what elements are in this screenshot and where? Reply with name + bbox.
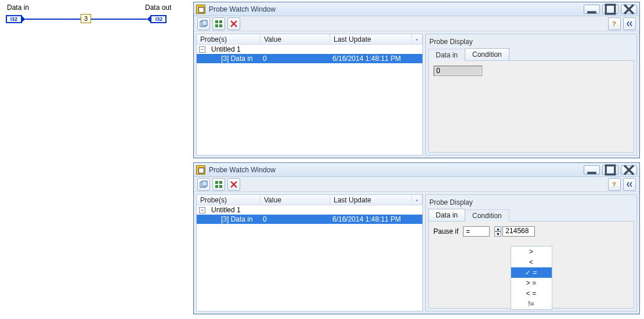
delete-button[interactable] xyxy=(227,17,240,30)
new-window-button[interactable] xyxy=(197,178,210,191)
probe-display-tabs: Data in Condition xyxy=(428,48,634,61)
tab-data-in[interactable]: Data in xyxy=(428,49,465,61)
data-out-terminal[interactable]: I32 xyxy=(150,15,167,23)
new-window-button[interactable] xyxy=(197,17,210,30)
col-value[interactable]: Value xyxy=(261,195,330,205)
scroll-up-icon[interactable] xyxy=(412,195,422,205)
window-title: Probe Watch Window xyxy=(209,166,584,174)
data-out-label: Data out xyxy=(145,3,171,12)
minimize-button[interactable] xyxy=(584,165,600,175)
op-gt[interactable]: > xyxy=(511,246,552,257)
help-button[interactable]: ? xyxy=(608,178,621,191)
wire-left[interactable] xyxy=(26,19,81,20)
probe-list-pane: Probe(s) Value Last Update − Untitled 1 … xyxy=(196,194,423,311)
operator-field[interactable]: = xyxy=(463,226,490,237)
options-button[interactable] xyxy=(212,17,225,30)
spin-up-icon[interactable]: ▲ xyxy=(494,226,501,231)
app-icon xyxy=(196,165,205,175)
probe-value: 0 xyxy=(263,215,332,223)
minimize-button[interactable] xyxy=(584,5,600,14)
op-ne[interactable]: != xyxy=(511,299,552,309)
col-last[interactable]: Last Update xyxy=(330,195,412,205)
svg-rect-20 xyxy=(215,181,218,184)
probe-display-title: Probe Display xyxy=(429,38,633,46)
value-spinner[interactable]: ▲ ▼ 214568 xyxy=(494,226,535,237)
probe-constant[interactable]: 3 xyxy=(81,14,91,23)
op-ge[interactable]: > = xyxy=(511,278,552,288)
probe-display-body: 0 xyxy=(428,61,634,153)
close-button[interactable] xyxy=(621,165,637,175)
probe-tree[interactable]: − Untitled 1 [3] Data in 0 6/16/2014 1:4… xyxy=(197,45,422,155)
col-last[interactable]: Last Update xyxy=(330,34,412,44)
data-in-terminal[interactable]: I32 xyxy=(6,15,22,23)
threshold-input[interactable]: 214568 xyxy=(502,226,535,237)
tab-condition[interactable]: Condition xyxy=(465,48,509,60)
maximize-button[interactable] xyxy=(602,5,618,14)
options-button[interactable] xyxy=(212,178,225,191)
app-icon xyxy=(196,5,205,14)
svg-rect-6 xyxy=(215,20,218,23)
probe-row[interactable]: [3] Data in 0 6/16/2014 1:48:11 PM xyxy=(197,54,422,63)
col-probes[interactable]: Probe(s) xyxy=(197,34,261,44)
probe-timestamp: 6/16/2014 1:48:11 PM xyxy=(332,215,422,223)
help-button[interactable]: ? xyxy=(608,17,621,30)
svg-text:?: ? xyxy=(612,20,616,27)
probe-timestamp: 6/16/2014 1:48:11 PM xyxy=(332,55,422,63)
op-le[interactable]: < = xyxy=(511,288,552,299)
op-eq[interactable]: ✓= xyxy=(511,267,552,278)
tree-root[interactable]: − Untitled 1 xyxy=(197,45,422,54)
svg-rect-5 xyxy=(202,20,207,26)
probe-row[interactable]: [3] Data in 0 6/16/2014 1:48:11 PM xyxy=(197,215,422,224)
svg-rect-19 xyxy=(202,181,207,186)
probe-value: 0 xyxy=(263,55,332,63)
wire-right[interactable] xyxy=(91,19,147,20)
scroll-up-icon[interactable] xyxy=(412,34,422,44)
probe-watch-window-1: Probe Watch Window ? xyxy=(193,2,640,158)
svg-marker-13 xyxy=(416,38,418,40)
titlebar[interactable]: Probe Watch Window xyxy=(194,2,639,16)
probe-name: [3] Data in xyxy=(221,55,253,63)
toolbar: ? xyxy=(194,16,639,31)
svg-rect-1 xyxy=(606,5,615,14)
check-icon: ✓ xyxy=(525,269,530,277)
spin-down-icon[interactable]: ▼ xyxy=(494,231,501,237)
data-in-label: Data in xyxy=(7,3,29,12)
probe-display-pane: Probe Display Data in Condition Pause if… xyxy=(425,194,637,311)
svg-rect-15 xyxy=(606,165,615,175)
tab-data-in[interactable]: Data in xyxy=(428,209,465,221)
svg-rect-7 xyxy=(219,20,222,23)
close-button[interactable] xyxy=(621,5,637,14)
col-probes[interactable]: Probe(s) xyxy=(197,195,261,205)
probe-number: 3 xyxy=(84,15,88,22)
svg-rect-8 xyxy=(215,24,218,27)
collapse-icon[interactable]: − xyxy=(199,207,205,213)
collapse-button[interactable] xyxy=(623,178,636,191)
op-lt[interactable]: < xyxy=(511,257,552,267)
svg-marker-27 xyxy=(416,199,418,201)
block-diagram: Data in Data out I32 3 I32 xyxy=(5,15,184,61)
operator-dropdown-list[interactable]: > < ✓= > = < = != xyxy=(511,246,552,310)
tab-condition[interactable]: Condition xyxy=(465,209,509,222)
titlebar[interactable]: Probe Watch Window xyxy=(194,163,639,177)
collapse-icon[interactable]: − xyxy=(199,46,205,53)
svg-rect-21 xyxy=(219,181,222,184)
col-value[interactable]: Value xyxy=(261,34,330,44)
probe-list-pane: Probe(s) Value Last Update − Untitled 1 … xyxy=(196,34,423,155)
probe-tree[interactable]: − Untitled 1 [3] Data in 0 6/16/2014 1:4… xyxy=(197,205,422,311)
delete-button[interactable] xyxy=(227,178,240,191)
probe-display-title: Probe Display xyxy=(429,198,633,206)
tree-root[interactable]: − Untitled 1 xyxy=(197,205,422,215)
probe-value-readout: 0 xyxy=(433,66,482,76)
toolbar: ? xyxy=(194,177,639,192)
svg-text:?: ? xyxy=(612,181,616,188)
probe-display-pane: Probe Display Data in Condition 0 xyxy=(425,34,637,155)
column-headers: Probe(s) Value Last Update xyxy=(197,195,422,205)
window-title: Probe Watch Window xyxy=(209,5,584,13)
maximize-button[interactable] xyxy=(602,165,618,175)
root-label: Untitled 1 xyxy=(209,206,273,214)
root-label: Untitled 1 xyxy=(209,45,273,53)
probe-name: [3] Data in xyxy=(221,215,253,223)
probe-display-tabs: Data in Condition xyxy=(428,209,634,222)
collapse-button[interactable] xyxy=(623,17,636,30)
svg-rect-23 xyxy=(219,185,222,188)
